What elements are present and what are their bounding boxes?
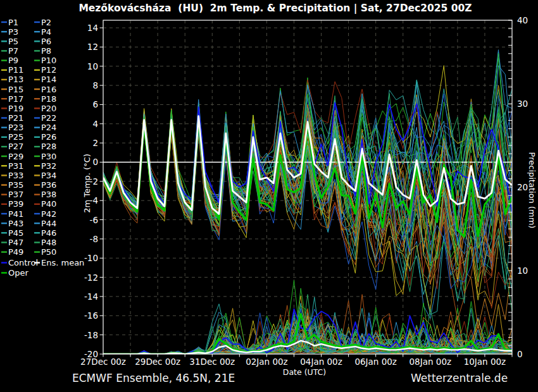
legend-item-P29: P29: [1, 152, 23, 161]
temp-tick-label: 10: [87, 61, 98, 71]
date-tick-label: 27Dec 00z: [80, 357, 126, 367]
precip-tick-label: 20: [517, 182, 528, 192]
legend-item-P2: P2: [34, 18, 51, 27]
legend-label: P29: [8, 152, 23, 161]
legend-label: P44: [41, 219, 56, 228]
legend-label: P26: [41, 132, 56, 142]
temp-tick-label: 14: [87, 23, 98, 33]
legend-label: P4: [41, 27, 51, 37]
legend-label: P38: [41, 190, 56, 199]
legend-label: Control: [8, 258, 38, 267]
plot-frame: [103, 20, 512, 354]
legend-label: P11: [8, 65, 23, 75]
legend-item-P23: P23: [1, 123, 23, 132]
legend-label: P1: [8, 18, 18, 27]
legend-label: P23: [8, 123, 23, 132]
temp-tick-label: 6: [92, 99, 98, 109]
temp-tick-label: 2: [92, 138, 98, 148]
legend-item-P34: P34: [34, 171, 56, 180]
gridlines: [103, 20, 512, 354]
temp-tick-label: -12: [84, 273, 98, 283]
temp-tick-label: -8: [90, 234, 98, 244]
date-tick-label: 06Jan 00z: [354, 357, 397, 367]
legend-item-P42: P42: [34, 209, 56, 219]
temp-tick-label: -18: [84, 330, 98, 340]
legend-item-P35: P35: [1, 180, 23, 190]
legend-item-P19: P19: [1, 104, 23, 113]
temp-tick-label: 4: [92, 119, 98, 129]
temp-tick-label: -6: [90, 215, 98, 225]
legend-label: P48: [41, 238, 56, 247]
legend-label: P28: [41, 142, 56, 151]
legend-item-P15: P15: [1, 85, 23, 94]
legend-item-P36: P36: [34, 180, 56, 190]
legend-label: P14: [41, 75, 56, 84]
precip-tick-label: 10: [517, 266, 528, 276]
legend-label: P24: [41, 123, 56, 132]
legend-label: P22: [41, 113, 56, 123]
legend-label: P2: [41, 18, 51, 27]
legend-item-P4: P4: [34, 27, 51, 37]
legend-item-P48: P48: [34, 238, 56, 247]
legend-label: P41: [8, 209, 23, 219]
legend-label: P8: [41, 46, 51, 56]
date-tick-label: 10Jan 00z: [464, 357, 506, 367]
legend-label: P6: [41, 37, 51, 46]
meteogram-page: Mezőkovácsháza (HU) 2m Temp. & Precipita…: [0, 0, 538, 392]
legend-label: P21: [8, 113, 23, 123]
legend-item-control: Control: [1, 258, 38, 267]
legend-label: P9: [8, 56, 18, 65]
legend-item-P49: P49: [1, 247, 23, 257]
legend-label: P5: [8, 37, 18, 46]
legend-label: Oper: [8, 268, 28, 278]
legend-label: P31: [8, 161, 23, 171]
temp-tick-label: -4: [90, 195, 98, 205]
date-tick-label: 04Jan 00z: [300, 357, 342, 367]
temp-tick-label: -14: [84, 291, 98, 302]
legend-label: P32: [41, 161, 56, 171]
legend-label: P35: [8, 180, 23, 190]
legend-item-P1: P1: [1, 18, 18, 27]
legend-label: P3: [8, 27, 18, 37]
legend-label: P15: [8, 85, 23, 94]
legend-item-P8: P8: [34, 46, 51, 56]
legend-item-P44: P44: [34, 219, 56, 228]
legend-label: P36: [41, 180, 56, 190]
date-tick-label: 29Dec 00z: [135, 357, 180, 367]
legend-label: P47: [8, 238, 23, 247]
legend-item-P32: P32: [34, 161, 56, 171]
legend-label: P10: [41, 56, 56, 65]
legend-item-P30: P30: [34, 152, 56, 161]
legend-item-P33: P33: [1, 171, 23, 180]
legend-item-P17: P17: [1, 94, 23, 104]
legend-label: P20: [41, 104, 56, 113]
temp-tick-label: 12: [87, 42, 98, 52]
legend-item-P16: P16: [34, 85, 56, 94]
legend-label: P27: [8, 142, 23, 151]
legend-item-P41: P41: [1, 209, 23, 219]
legend: P1P2P3P4P5P6P7P8P9P10P11P12P13P14P15P16P…: [1, 18, 84, 278]
legend-item-P9: P9: [1, 56, 18, 65]
legend-label: P7: [8, 46, 18, 56]
precip-tick-label: 40: [517, 15, 528, 25]
ensemble-meteogram-chart: 14121086420-2-4-6-8-10-12-14-16-18-20403…: [0, 0, 538, 392]
legend-label: P16: [41, 85, 56, 94]
legend-item-P18: P18: [34, 94, 56, 104]
legend-item-oper: Oper: [1, 268, 28, 278]
legend-item-P6: P6: [34, 37, 51, 46]
legend-item-ens-mean: Ens. mean: [34, 258, 84, 267]
legend-item-P39: P39: [1, 199, 23, 209]
legend-label: P12: [41, 65, 56, 75]
legend-label: P17: [8, 94, 23, 104]
temp-tick-label: -10: [84, 253, 98, 263]
legend-item-P37: P37: [1, 190, 23, 199]
legend-item-P12: P12: [34, 65, 56, 75]
legend-label: Ens. mean: [41, 258, 84, 267]
temp-tick-label: 8: [92, 80, 98, 90]
legend-label: P46: [41, 228, 56, 238]
legend-item-P21: P21: [1, 113, 23, 123]
legend-item-P14: P14: [34, 75, 56, 84]
legend-item-P43: P43: [1, 219, 23, 228]
legend-item-P28: P28: [34, 142, 56, 151]
legend-label: P13: [8, 75, 23, 84]
